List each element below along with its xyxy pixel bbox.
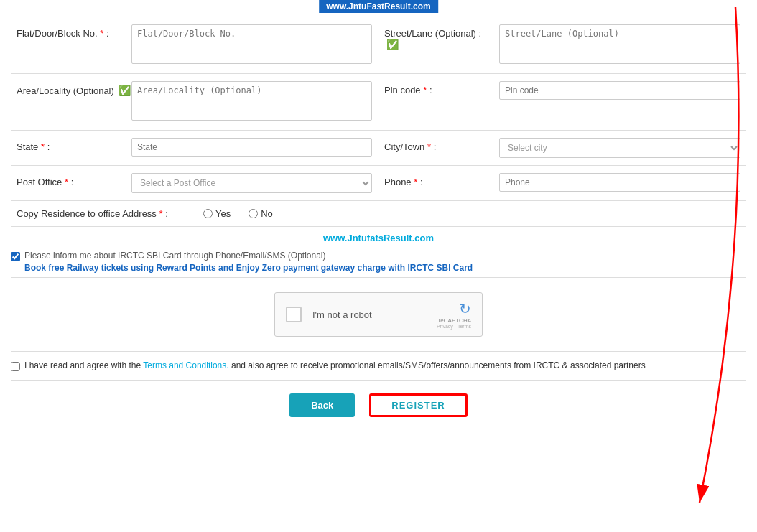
- flat-door-input[interactable]: [131, 24, 372, 64]
- copy-residence-label: Copy Residence to office Address * :: [17, 208, 203, 219]
- back-button[interactable]: Back: [289, 393, 355, 417]
- pincode-label: Pin code * :: [384, 81, 499, 95]
- recaptcha-icon: ↻: [437, 300, 471, 317]
- yes-radio-label[interactable]: Yes: [203, 208, 231, 219]
- watermark-top: www.JntuFastResult.com: [319, 0, 438, 13]
- captcha-checkbox[interactable]: [286, 307, 302, 322]
- terms-text: I have read and agree with the Terms and…: [24, 360, 646, 370]
- phone-input[interactable]: [499, 173, 740, 192]
- pincode-input[interactable]: [499, 81, 740, 100]
- recaptcha-subtext: Privacy - Terms: [437, 324, 471, 329]
- sbi-checkbox[interactable]: [11, 252, 20, 261]
- recaptcha-label: reCAPTCHA: [437, 317, 471, 324]
- state-input[interactable]: [131, 138, 372, 157]
- street-check-icon: ✅: [386, 39, 499, 50]
- area-locality-input[interactable]: [131, 81, 372, 121]
- post-office-select[interactable]: Select a Post Office: [131, 173, 372, 193]
- city-town-select[interactable]: Select city: [499, 138, 740, 158]
- no-radio-label[interactable]: No: [249, 208, 273, 219]
- street-lane-label: Street/Lane (Optional) : ✅: [384, 24, 499, 50]
- terms-checkbox[interactable]: [11, 362, 20, 371]
- yes-radio[interactable]: [203, 209, 213, 218]
- copy-residence-options: Yes No: [203, 208, 273, 219]
- city-town-label: City/Town * :: [384, 138, 499, 152]
- post-office-label: Post Office * :: [17, 173, 131, 187]
- area-check-icon: ✅: [119, 85, 131, 96]
- terms-link[interactable]: Terms and Conditions.: [143, 360, 228, 370]
- no-radio[interactable]: [249, 209, 258, 218]
- captcha-widget[interactable]: I'm not a robot ↻ reCAPTCHA Privacy - Te…: [274, 292, 483, 337]
- sbi-info-text: Please inform me about IRCTC SBI Card th…: [24, 251, 473, 261]
- street-lane-input[interactable]: [499, 24, 740, 64]
- phone-label: Phone * :: [384, 173, 499, 187]
- sbi-promo-text: Book free Railway tickets using Reward P…: [24, 263, 473, 273]
- watermark-mid: www.JntufatsResult.com: [11, 227, 746, 246]
- area-locality-label: Area/Locality (Optional) ✅ :: [17, 81, 131, 96]
- flat-door-label: Flat/Door/Block No. * :: [17, 24, 131, 39]
- state-label: State * :: [17, 138, 131, 152]
- captcha-label: I'm not a robot: [312, 309, 426, 320]
- register-button[interactable]: REGISTER: [369, 393, 467, 417]
